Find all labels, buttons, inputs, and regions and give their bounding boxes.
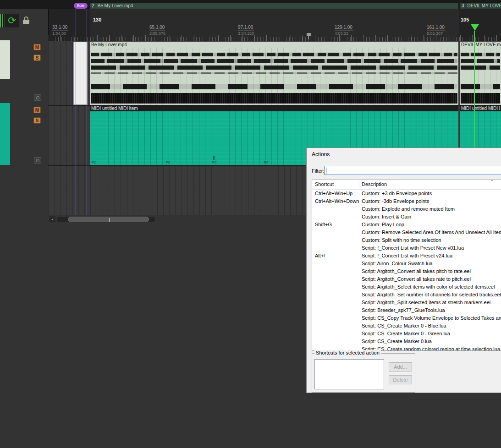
waveform-lane bbox=[91, 72, 457, 74]
track1-mute-button[interactable]: M bbox=[33, 44, 41, 50]
action-row[interactable]: Script: Argitoth_Set number of channels … bbox=[312, 291, 501, 299]
audio-item-devil-my-love[interactable]: DEVIL MY LOVE.mp bbox=[460, 42, 501, 105]
action-description: Custom: Insert & Gain bbox=[362, 213, 501, 221]
marker-region-lane[interactable]: Ком 2Be My Lover.mp4 3DEVIL MY LOVE. bbox=[0, 0, 501, 9]
action-row[interactable]: Script: Airon_Colour Swatch.lua bbox=[312, 260, 501, 268]
action-list-header: Shortcut Description ^ bbox=[312, 180, 501, 190]
program-change-mark: PC bbox=[92, 161, 96, 164]
track2-mute-button[interactable]: M bbox=[33, 107, 41, 113]
ruler-measure-label: 161.1.005:02.307 bbox=[427, 25, 446, 36]
action-row[interactable]: Ctrl+Alt+Win+UpCustom: +3 db Envelope po… bbox=[312, 190, 501, 197]
action-row[interactable]: Script: CS_Copy Track Volume Envelope to… bbox=[312, 314, 501, 322]
action-description: Script: CS_Create Marker 0 - Blue.lua bbox=[362, 322, 501, 330]
action-shortcut: Ctrl+Alt+Win+Down bbox=[315, 197, 359, 205]
lock-icon[interactable] bbox=[22, 16, 30, 25]
action-description: Custom: +3 db Envelope points bbox=[362, 190, 501, 197]
action-row[interactable]: Script: Argitoth_Convert all takes pitch… bbox=[312, 268, 501, 275]
action-description: Script: Breeder_spk77_GlueTools.lua bbox=[362, 306, 501, 314]
action-row[interactable]: Alt+/Script: !_Concert List with Preset … bbox=[312, 252, 501, 260]
tempo-marker[interactable]: 130 bbox=[93, 17, 101, 22]
waveform-lane bbox=[91, 93, 457, 104]
midi-item-label[interactable]: MIDI untitled MIDI item bbox=[90, 106, 458, 111]
ruler-minor-ticks bbox=[49, 37, 501, 41]
action-description: Custom: Play Loop bbox=[362, 221, 501, 229]
action-row[interactable]: Custom: Insert & Gain bbox=[312, 213, 501, 221]
region-number: 2 bbox=[92, 3, 94, 8]
track1-solo-button[interactable]: S bbox=[33, 55, 41, 61]
scrollbar-handle[interactable] bbox=[68, 217, 149, 222]
track1-phase-button[interactable]: ∅ bbox=[34, 94, 41, 101]
tempo-marker[interactable]: 105 bbox=[461, 17, 469, 22]
action-row[interactable]: Custom: Explode and remove muted Item bbox=[312, 205, 501, 213]
track2-phase-button[interactable]: ∅ bbox=[34, 157, 41, 164]
action-description: Script: Argitoth_Convert all takes pitch… bbox=[362, 268, 501, 275]
program-change-mark: PC bbox=[166, 161, 171, 164]
action-description: Script: CS_Create Marker 0.lua bbox=[362, 338, 501, 345]
play-cursor-icon[interactable] bbox=[471, 24, 479, 31]
dialog-titlebar[interactable]: Actions bbox=[312, 151, 330, 158]
horizontal-scrollbar[interactable] bbox=[57, 217, 155, 222]
audio-item-label: DEVIL MY LOVE.mp bbox=[460, 42, 501, 48]
action-row[interactable]: Script: Argitoth_Convert all takes rate … bbox=[312, 275, 501, 283]
project-marker[interactable]: Ком bbox=[74, 3, 88, 9]
action-row[interactable]: Custom: Remove Selected Area Of Items An… bbox=[312, 229, 501, 236]
action-list-rows: Ctrl+Alt+Win+UpCustom: +3 db Envelope po… bbox=[312, 190, 501, 351]
waveform-lane bbox=[461, 66, 500, 70]
loop-toggle-icon[interactable]: ⟳ bbox=[5, 14, 19, 27]
action-row[interactable]: Script: CS_Create Marker 0 - Blue.lua bbox=[312, 322, 501, 330]
action-description: Custom: Split with no time selection bbox=[362, 236, 501, 244]
track2-solo-button[interactable]: S bbox=[33, 117, 41, 124]
action-description: Script: Airon_Colour Swatch.lua bbox=[362, 260, 501, 268]
action-description: Script: CS_Copy Track Volume Envelope to… bbox=[362, 314, 501, 322]
ruler-measure-label: 97.1.003:04.153 bbox=[238, 25, 254, 36]
filter-input[interactable] bbox=[324, 166, 501, 175]
shortcut-listbox[interactable] bbox=[314, 359, 384, 389]
action-description: Script: !_Concert List with Preset v24.l… bbox=[362, 252, 501, 260]
midi-item-label[interactable]: MIDI untitled MIDI i bbox=[460, 106, 501, 111]
action-description: Script: Argitoth_Select items with color… bbox=[362, 283, 501, 291]
add-shortcut-button[interactable]: Add... bbox=[389, 362, 412, 372]
region-bar-be-my-lover[interactable]: 2Be My Lover.mp4 bbox=[90, 3, 458, 9]
marker-line bbox=[76, 9, 76, 215]
pin-marker-icon[interactable] bbox=[306, 33, 311, 40]
ruler-measure-label: 33.1.001:04.00 bbox=[52, 25, 68, 36]
scrollbar-cursor-tick bbox=[109, 218, 110, 222]
ruler-measure-label: 65.1.002:05.076 bbox=[149, 25, 165, 36]
action-description: Script: !_Concert List with Preset New v… bbox=[362, 244, 501, 252]
action-row[interactable]: Ctrl+Alt+Win+DownCustom: -3db Envelope p… bbox=[312, 197, 501, 205]
action-row[interactable]: Script: Breeder_spk77_GlueTools.lua bbox=[312, 306, 501, 314]
actions-dialog: Actions Filter: Shortcut Description ^ C… bbox=[306, 148, 501, 393]
column-header-description[interactable]: Description bbox=[362, 181, 387, 187]
waveform-lane bbox=[461, 59, 500, 63]
audio-item-be-my-lover[interactable]: Be My Lover.mp4 bbox=[90, 42, 458, 105]
action-shortcut: Ctrl+Alt+Win+Up bbox=[315, 190, 359, 197]
scrollbar-left-arrow-icon[interactable]: ◂ bbox=[49, 216, 55, 222]
waveform-lane bbox=[461, 84, 500, 89]
timeline-ruler[interactable]: 130 105 33.1.001:04.00 65.1.002:05.076 9… bbox=[48, 9, 501, 41]
region-name: DEVIL MY LOVE. bbox=[468, 3, 501, 8]
waveform-lane bbox=[461, 53, 500, 56]
action-list[interactable]: Shortcut Description ^ Ctrl+Alt+Win+UpCu… bbox=[312, 180, 501, 351]
action-row[interactable]: Script: !_Concert List with Preset New v… bbox=[312, 244, 501, 252]
action-row[interactable]: Custom: Split with no time selection bbox=[312, 236, 501, 244]
action-description: Script: Argitoth_Split selected items at… bbox=[362, 299, 501, 306]
action-description: Script: CS_Create Marker 0 - Green.lua bbox=[362, 330, 501, 338]
action-row[interactable]: Script: Argitoth_Split selected items at… bbox=[312, 299, 501, 306]
track1-color-swatch bbox=[0, 40, 10, 79]
program-change-mark: PC bbox=[212, 161, 217, 164]
track2-color-swatch bbox=[0, 103, 10, 165]
column-header-shortcut[interactable]: Shortcut bbox=[315, 181, 334, 187]
toolbar-stripes-icon bbox=[0, 14, 4, 27]
region-bar-devil-my-love[interactable]: 3DEVIL MY LOVE. bbox=[460, 3, 501, 9]
action-row[interactable]: Script: Argitoth_Select items with color… bbox=[312, 283, 501, 291]
sort-ascending-icon[interactable]: ^ bbox=[491, 180, 493, 184]
marker-line bbox=[87, 9, 87, 215]
delete-shortcut-button[interactable]: Delete bbox=[389, 375, 412, 384]
action-row[interactable]: Shift+GCustom: Play Loop bbox=[312, 221, 501, 229]
region-name: Be My Lover.mp4 bbox=[98, 3, 133, 8]
group-box-label: Shortcuts for selected action bbox=[314, 350, 381, 355]
column-divider[interactable] bbox=[359, 181, 359, 188]
action-shortcut: Shift+G bbox=[315, 221, 359, 229]
action-row[interactable]: Script: CS_Create Marker 0.lua bbox=[312, 338, 501, 345]
action-row[interactable]: Script: CS_Create Marker 0 - Green.lua bbox=[312, 330, 501, 338]
